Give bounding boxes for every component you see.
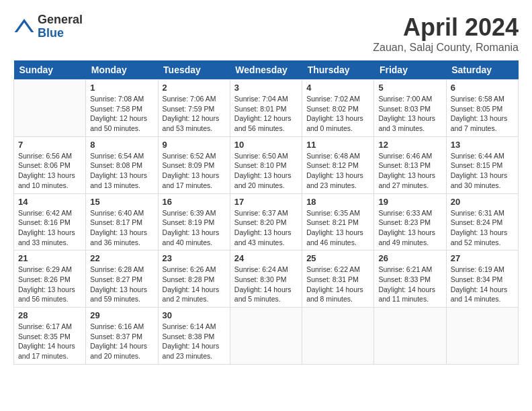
day-number: 30	[163, 310, 226, 320]
day-cell: 23Sunrise: 6:26 AM Sunset: 8:28 PM Dayli…	[158, 250, 230, 308]
day-cell: 9Sunrise: 6:52 AM Sunset: 8:09 PM Daylig…	[158, 136, 230, 193]
day-cell: 29Sunrise: 6:16 AM Sunset: 8:37 PM Dayli…	[86, 308, 158, 365]
day-info: Sunrise: 6:42 AM Sunset: 8:16 PM Dayligh…	[18, 208, 81, 248]
month-title: April 2024	[373, 13, 519, 42]
day-number: 10	[234, 140, 298, 150]
day-cell: 22Sunrise: 6:28 AM Sunset: 8:27 PM Dayli…	[86, 250, 158, 308]
day-cell: 2Sunrise: 7:06 AM Sunset: 7:59 PM Daylig…	[158, 80, 230, 137]
day-number: 6	[451, 83, 514, 93]
day-header-sunday: Sunday	[14, 60, 86, 80]
day-info: Sunrise: 7:06 AM Sunset: 7:59 PM Dayligh…	[163, 94, 226, 134]
day-number: 9	[163, 140, 226, 150]
day-cell	[446, 308, 518, 365]
day-info: Sunrise: 6:14 AM Sunset: 8:38 PM Dayligh…	[163, 322, 226, 361]
day-info: Sunrise: 6:19 AM Sunset: 8:34 PM Dayligh…	[451, 265, 514, 304]
day-cell: 10Sunrise: 6:50 AM Sunset: 8:10 PM Dayli…	[230, 136, 302, 193]
week-row-3: 14Sunrise: 6:42 AM Sunset: 8:16 PM Dayli…	[14, 193, 519, 250]
day-info: Sunrise: 6:31 AM Sunset: 8:24 PM Dayligh…	[451, 208, 514, 248]
day-info: Sunrise: 6:26 AM Sunset: 8:28 PM Dayligh…	[163, 265, 226, 304]
day-number: 12	[378, 140, 441, 150]
day-cell: 12Sunrise: 6:46 AM Sunset: 8:13 PM Dayli…	[374, 136, 446, 193]
day-cell: 28Sunrise: 6:17 AM Sunset: 8:35 PM Dayli…	[14, 308, 86, 365]
day-number: 29	[90, 310, 153, 320]
day-number: 3	[234, 83, 298, 93]
day-number: 7	[18, 140, 81, 150]
day-cell: 7Sunrise: 6:56 AM Sunset: 8:06 PM Daylig…	[14, 136, 86, 193]
day-info: Sunrise: 6:29 AM Sunset: 8:26 PM Dayligh…	[18, 265, 81, 304]
day-cell: 11Sunrise: 6:48 AM Sunset: 8:12 PM Dayli…	[302, 136, 374, 193]
day-number: 22	[90, 253, 153, 263]
day-number: 8	[90, 140, 153, 150]
day-number: 13	[451, 140, 514, 150]
day-number: 19	[378, 197, 441, 207]
day-cell: 14Sunrise: 6:42 AM Sunset: 8:16 PM Dayli…	[14, 193, 86, 250]
day-info: Sunrise: 7:00 AM Sunset: 8:03 PM Dayligh…	[378, 94, 441, 134]
day-cell: 3Sunrise: 7:04 AM Sunset: 8:01 PM Daylig…	[230, 80, 302, 137]
days-header-row: SundayMondayTuesdayWednesdayThursdayFrid…	[14, 60, 519, 80]
week-row-2: 7Sunrise: 6:56 AM Sunset: 8:06 PM Daylig…	[14, 136, 519, 193]
day-number: 25	[306, 253, 369, 263]
calendar-table: SundayMondayTuesdayWednesdayThursdayFrid…	[13, 60, 519, 365]
day-number: 24	[234, 253, 298, 263]
day-info: Sunrise: 6:35 AM Sunset: 8:21 PM Dayligh…	[306, 208, 369, 248]
day-number: 27	[451, 253, 514, 263]
day-info: Sunrise: 6:56 AM Sunset: 8:06 PM Dayligh…	[18, 151, 81, 191]
day-info: Sunrise: 6:44 AM Sunset: 8:15 PM Dayligh…	[451, 151, 514, 191]
day-cell: 27Sunrise: 6:19 AM Sunset: 8:34 PM Dayli…	[446, 250, 518, 308]
day-header-friday: Friday	[374, 60, 446, 80]
day-info: Sunrise: 6:16 AM Sunset: 8:37 PM Dayligh…	[90, 322, 153, 361]
day-number: 26	[378, 253, 441, 263]
day-number: 17	[234, 197, 298, 207]
day-cell	[302, 308, 374, 365]
day-info: Sunrise: 6:28 AM Sunset: 8:27 PM Dayligh…	[90, 265, 153, 304]
logo-text: General Blue	[38, 13, 83, 40]
title-area: April 2024 Zauan, Salaj County, Romania	[373, 13, 519, 54]
day-number: 15	[90, 197, 153, 207]
day-cell: 1Sunrise: 7:08 AM Sunset: 7:58 PM Daylig…	[86, 80, 158, 137]
day-cell: 18Sunrise: 6:35 AM Sunset: 8:21 PM Dayli…	[302, 193, 374, 250]
day-cell: 13Sunrise: 6:44 AM Sunset: 8:15 PM Dayli…	[446, 136, 518, 193]
day-info: Sunrise: 7:02 AM Sunset: 8:02 PM Dayligh…	[306, 94, 369, 134]
day-info: Sunrise: 7:08 AM Sunset: 7:58 PM Dayligh…	[90, 94, 153, 134]
day-number: 11	[306, 140, 369, 150]
week-row-5: 28Sunrise: 6:17 AM Sunset: 8:35 PM Dayli…	[14, 308, 519, 365]
day-info: Sunrise: 6:48 AM Sunset: 8:12 PM Dayligh…	[306, 151, 369, 191]
day-number: 5	[378, 83, 441, 93]
day-number: 18	[306, 197, 369, 207]
day-info: Sunrise: 6:37 AM Sunset: 8:20 PM Dayligh…	[234, 208, 298, 248]
day-cell: 17Sunrise: 6:37 AM Sunset: 8:20 PM Dayli…	[230, 193, 302, 250]
day-info: Sunrise: 6:21 AM Sunset: 8:33 PM Dayligh…	[378, 265, 441, 304]
day-cell: 20Sunrise: 6:31 AM Sunset: 8:24 PM Dayli…	[446, 193, 518, 250]
day-cell: 30Sunrise: 6:14 AM Sunset: 8:38 PM Dayli…	[158, 308, 230, 365]
day-number: 23	[163, 253, 226, 263]
day-info: Sunrise: 6:17 AM Sunset: 8:35 PM Dayligh…	[18, 322, 81, 361]
day-number: 4	[306, 83, 369, 93]
day-info: Sunrise: 6:22 AM Sunset: 8:31 PM Dayligh…	[306, 265, 369, 304]
day-cell	[14, 80, 86, 137]
day-info: Sunrise: 6:39 AM Sunset: 8:19 PM Dayligh…	[163, 208, 226, 248]
day-info: Sunrise: 6:54 AM Sunset: 8:08 PM Dayligh…	[90, 151, 153, 191]
day-number: 2	[163, 83, 226, 93]
logo-icon	[13, 16, 35, 38]
day-cell: 24Sunrise: 6:24 AM Sunset: 8:30 PM Dayli…	[230, 250, 302, 308]
day-info: Sunrise: 6:52 AM Sunset: 8:09 PM Dayligh…	[163, 151, 226, 191]
logo-general-text: General	[38, 13, 83, 27]
day-cell: 4Sunrise: 7:02 AM Sunset: 8:02 PM Daylig…	[302, 80, 374, 137]
day-cell	[230, 308, 302, 365]
week-row-1: 1Sunrise: 7:08 AM Sunset: 7:58 PM Daylig…	[14, 80, 519, 137]
day-number: 14	[18, 197, 81, 207]
day-info: Sunrise: 6:33 AM Sunset: 8:23 PM Dayligh…	[378, 208, 441, 248]
day-header-wednesday: Wednesday	[230, 60, 302, 80]
day-cell: 26Sunrise: 6:21 AM Sunset: 8:33 PM Dayli…	[374, 250, 446, 308]
day-cell: 25Sunrise: 6:22 AM Sunset: 8:31 PM Dayli…	[302, 250, 374, 308]
day-number: 28	[18, 310, 81, 320]
day-cell: 21Sunrise: 6:29 AM Sunset: 8:26 PM Dayli…	[14, 250, 86, 308]
logo-blue-text: Blue	[38, 27, 83, 40]
day-number: 20	[451, 197, 514, 207]
location-title: Zauan, Salaj County, Romania	[373, 42, 519, 54]
day-header-thursday: Thursday	[302, 60, 374, 80]
day-info: Sunrise: 7:04 AM Sunset: 8:01 PM Dayligh…	[234, 94, 298, 134]
day-cell	[374, 308, 446, 365]
day-cell: 15Sunrise: 6:40 AM Sunset: 8:17 PM Dayli…	[86, 193, 158, 250]
day-cell: 5Sunrise: 7:00 AM Sunset: 8:03 PM Daylig…	[374, 80, 446, 137]
